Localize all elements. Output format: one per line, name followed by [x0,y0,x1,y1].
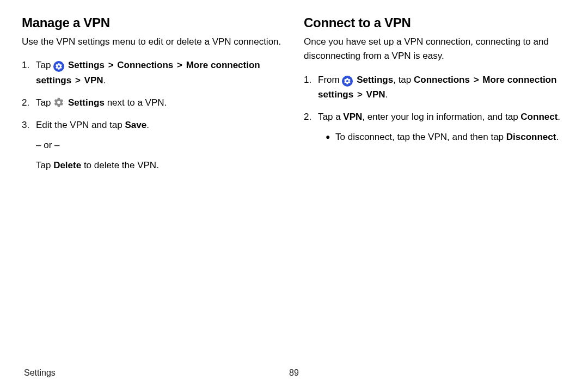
breadcrumb-separator: > [75,75,81,85]
breadcrumb-separator: > [108,60,114,70]
text: to delete the VPN. [81,160,159,170]
step-body: Tap Settings next to a VPN. [36,95,284,110]
bullet-item: ● To disconnect, tap the VPN, and then t… [326,130,566,144]
breadcrumb-separator: > [474,75,479,85]
breadcrumb-separator: > [357,89,363,100]
left-heading: Manage a VPN [22,15,284,30]
two-column-layout: Manage a VPN Use the VPN settings menu t… [22,15,566,180]
text: . [146,120,149,130]
bold-text: VPN [366,89,385,100]
text: Edit the VPN and tap [36,120,125,130]
or-separator: – or – [36,138,284,152]
text: . [556,132,559,142]
step-number: 1. [22,58,36,72]
settings-app-icon [53,61,64,72]
left-steps: 1. Tap Settings > Connections > More con… [22,58,284,173]
right-step-2: 2. Tap a VPN, enter your log in informat… [304,109,566,144]
text: . [385,89,388,100]
step-body: Tap Settings > Connections > More connec… [36,58,284,87]
right-heading: Connect to a VPN [304,15,566,30]
bold-text: Settings [357,75,393,85]
bold-text: Disconnect [506,132,556,142]
footer-page-number: 89 [289,368,299,378]
left-step-3: 3. Edit the VPN and tap Save. – or – Tap… [22,118,284,173]
left-intro: Use the VPN settings menu to edit or del… [22,35,284,49]
bold-text: VPN [84,75,103,85]
bold-text: Delete [53,160,81,170]
bold-text: Connect [520,112,558,122]
left-step-2: 2. Tap Settings next to a VPN. [22,95,284,110]
step-number: 1. [304,72,318,87]
bold-text: Connections [414,75,470,85]
text: . [103,75,106,85]
settings-app-icon [342,76,353,87]
text: Tap [36,60,53,70]
step-body: Tap a VPN, enter your log in information… [318,109,566,144]
left-column: Manage a VPN Use the VPN settings menu t… [22,15,284,180]
bullet-dot: ● [326,130,335,143]
bold-text: Connections [117,60,173,70]
bold-text: Save [125,120,147,130]
gear-icon [53,97,64,108]
step-body: From Settings, tap Connections > More co… [318,72,566,102]
bold-text: VPN [343,112,362,122]
step-body: Edit the VPN and tap Save. – or – Tap De… [36,118,284,173]
text: Tap a [318,112,343,122]
text: , enter your log in information, and tap [362,112,520,122]
right-intro: Once you have set up a VPN connection, c… [304,35,566,64]
text: , tap [393,75,414,85]
right-step-1: 1. From Settings, tap Connections > More… [304,72,566,102]
bold-text: Settings [68,97,105,108]
text: From [318,75,342,85]
text: To disconnect, tap the VPN, and then tap [335,132,506,142]
text: . [558,112,560,122]
bullet-body: To disconnect, tap the VPN, and then tap… [335,130,559,144]
breadcrumb-separator: > [177,60,182,70]
bold-text: Settings [68,60,105,70]
text: Tap [36,160,53,170]
text: Tap [36,97,53,108]
step-number: 2. [304,109,318,124]
right-steps: 1. From Settings, tap Connections > More… [304,72,566,145]
footer-section: Settings [24,368,56,378]
right-column: Connect to a VPN Once you have set up a … [304,15,566,180]
page-footer: Settings 89 [24,368,564,378]
text: next to a VPN. [105,97,167,108]
step-number: 2. [22,95,36,110]
left-step-1: 1. Tap Settings > Connections > More con… [22,58,284,87]
sub-bullets: ● To disconnect, tap the VPN, and then t… [318,130,566,144]
step-number: 3. [22,118,36,132]
